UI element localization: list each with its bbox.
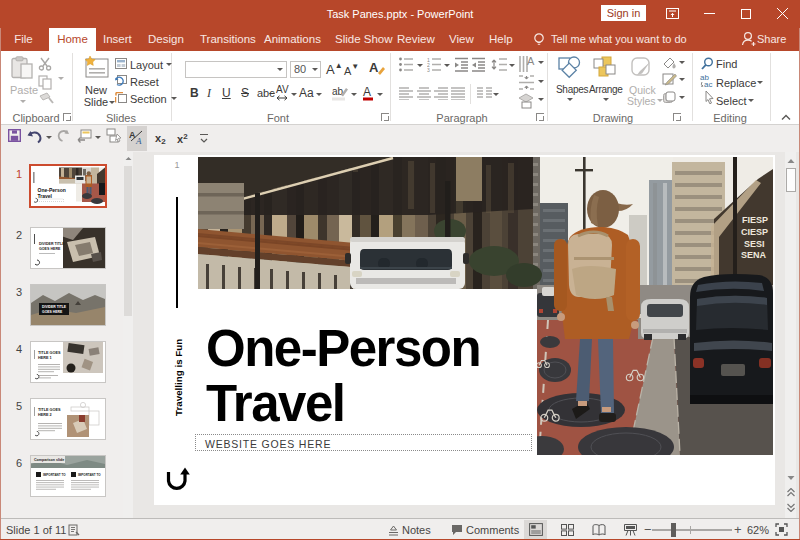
svg-text:A: A (129, 130, 136, 140)
svg-text:IMPORTANT TO: IMPORTANT TO (78, 473, 101, 477)
svg-text:CIESP: CIESP (741, 227, 768, 237)
svg-text:GOES HERE: GOES HERE (42, 309, 63, 313)
svg-text:GOES HERE: GOES HERE (39, 247, 61, 251)
svg-text:ac: ac (704, 80, 712, 88)
svg-text:A: A (135, 136, 142, 146)
svg-text:IMPORTANT TO: IMPORTANT TO (43, 473, 66, 477)
svg-text:HERE 1: HERE 1 (38, 356, 52, 360)
svg-text:FIESP: FIESP (742, 215, 768, 225)
svg-text:HERE 2: HERE 2 (38, 413, 52, 417)
svg-text:TITLE GOES: TITLE GOES (38, 408, 61, 412)
svg-text:TITLE GOES: TITLE GOES (38, 351, 61, 355)
svg-text:A: A (527, 55, 535, 67)
svg-text:SENA: SENA (741, 250, 767, 260)
svg-text:3: 3 (427, 67, 430, 72)
svg-text:A: A (369, 60, 379, 75)
svg-text:A: A (363, 85, 371, 99)
svg-text:Travel: Travel (38, 193, 53, 199)
svg-text:Comparison slide: Comparison slide (34, 458, 64, 462)
svg-text:DIVIDER TITLE: DIVIDER TITLE (42, 305, 67, 309)
svg-text:DIVIDER TITLE: DIVIDER TITLE (39, 242, 65, 246)
svg-text:SESI: SESI (744, 239, 765, 249)
